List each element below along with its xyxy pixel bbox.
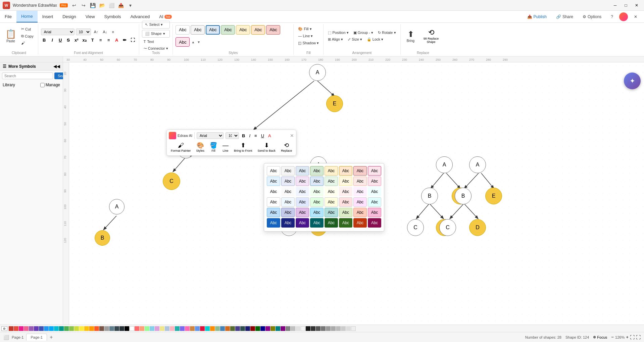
sp-abc-3-1[interactable]: Abc xyxy=(267,187,280,196)
color-swatch[interactable] xyxy=(160,326,164,331)
color-swatch[interactable] xyxy=(89,326,94,331)
menu-home[interactable]: Home xyxy=(16,11,38,22)
color-swatch[interactable] xyxy=(311,326,315,331)
color-swatch[interactable] xyxy=(49,326,54,331)
sp-abc-2-1[interactable]: Abc xyxy=(267,177,280,186)
cut-btn[interactable]: ✂ Cut xyxy=(19,26,35,32)
color-swatch[interactable] xyxy=(150,326,154,331)
sp-abc-3-6[interactable]: Abc xyxy=(339,187,352,196)
sp-abc-1-1[interactable]: Abc xyxy=(267,166,280,176)
close-btn[interactable]: ✕ xyxy=(632,2,641,9)
node-a5[interactable]: A xyxy=(109,199,125,214)
lock-btn[interactable]: 🔒 Lock ▾ xyxy=(365,37,385,42)
size-btn[interactable]: ⤢ Size ▾ xyxy=(346,37,364,42)
color-swatch[interactable] xyxy=(125,326,129,331)
color-swatch[interactable] xyxy=(341,326,346,331)
color-swatch[interactable] xyxy=(109,326,114,331)
sp-abc-3-5[interactable]: Abc xyxy=(325,187,338,196)
color-swatch[interactable] xyxy=(79,326,84,331)
sp-abc-4-5[interactable]: Abc xyxy=(325,197,338,207)
color-swatch[interactable] xyxy=(301,326,305,331)
text-align-btn[interactable]: ≡ xyxy=(110,29,115,35)
export-btn[interactable]: 📤 xyxy=(117,2,125,9)
superscript-btn[interactable]: x² xyxy=(73,37,80,43)
color-swatch[interactable] xyxy=(9,326,13,331)
text-btn[interactable]: T Text xyxy=(142,39,170,44)
sp-abc-6-1[interactable]: Abc xyxy=(267,218,280,228)
sp-abc-2-4[interactable]: Abc xyxy=(310,177,324,186)
template-btn[interactable]: ⬜ xyxy=(108,2,115,9)
node-e1[interactable]: E xyxy=(326,95,343,112)
color-swatch[interactable] xyxy=(14,326,18,331)
strikethrough-btn[interactable]: S xyxy=(65,37,72,43)
color-swatch[interactable] xyxy=(170,326,175,331)
color-swatch[interactable] xyxy=(276,326,280,331)
redo-btn[interactable]: ↪ xyxy=(80,2,87,9)
ft-close-btn[interactable]: ✕ xyxy=(290,133,294,138)
italic-btn[interactable]: I xyxy=(49,37,56,43)
color-swatch[interactable] xyxy=(220,326,225,331)
sp-abc-4-2[interactable]: Abc xyxy=(281,197,295,207)
color-swatch[interactable] xyxy=(195,326,200,331)
color-swatch[interactable] xyxy=(286,326,290,331)
sp-abc-2-5[interactable]: Abc xyxy=(325,177,338,186)
color-swatch[interactable] xyxy=(104,326,109,331)
save-btn[interactable]: 💾 xyxy=(89,2,97,9)
abc-btn-1[interactable]: Abc xyxy=(191,25,205,35)
decrease-font-btn[interactable]: A↓ xyxy=(101,29,109,35)
sp-abc-1-8[interactable]: Abc xyxy=(368,166,381,176)
sp-abc-5-6[interactable]: Abc xyxy=(339,208,352,217)
focus-btn[interactable]: ⊕Focus xyxy=(593,335,607,339)
ft-bold-btn[interactable]: B xyxy=(241,132,246,139)
fit-page-btn[interactable]: ⛶ xyxy=(630,335,635,340)
bold-btn[interactable]: B xyxy=(41,37,48,43)
sp-abc-6-5[interactable]: Abc xyxy=(325,218,338,228)
sp-abc-5-7[interactable]: Abc xyxy=(353,208,367,217)
node-b5[interactable]: B xyxy=(95,230,110,246)
sp-abc-5-1[interactable]: Abc xyxy=(267,208,280,217)
color-swatch[interactable] xyxy=(250,326,255,331)
zoom-out-btn[interactable]: − xyxy=(611,335,614,340)
ft-fontcolor-btn[interactable]: A xyxy=(267,132,272,139)
sp-abc-1-5[interactable]: Abc xyxy=(325,166,338,176)
font-size-select[interactable]: 10 xyxy=(76,29,91,35)
sp-abc-5-8[interactable]: Abc xyxy=(368,208,381,217)
sp-abc-4-1[interactable]: Abc xyxy=(267,197,280,207)
color-swatch[interactable] xyxy=(130,326,134,331)
options-btn[interactable]: ⚙ Options xyxy=(579,13,605,20)
select-btn[interactable]: ↖ Select ▾ xyxy=(142,21,170,29)
color-swatch[interactable] xyxy=(215,326,220,331)
more-btn[interactable]: ▾ xyxy=(127,2,134,9)
menu-insert[interactable]: Insert xyxy=(38,11,58,22)
color-swatch[interactable] xyxy=(19,326,23,331)
ft-fill[interactable]: 🪣 Fill xyxy=(208,141,219,153)
sp-abc-6-3[interactable]: Abc xyxy=(296,218,309,228)
fullscreen-btn[interactable]: ⛶ xyxy=(636,335,641,340)
node-e4[interactable]: E xyxy=(485,188,502,204)
node-b4[interactable]: B xyxy=(455,188,472,204)
sp-abc-5-4[interactable]: Abc xyxy=(310,208,324,217)
color-swatch[interactable] xyxy=(210,326,215,331)
ft-format-painter[interactable]: 🖌 Format Painter xyxy=(169,141,193,153)
sp-abc-1-7[interactable]: Abc xyxy=(353,166,367,176)
abc-btn-6[interactable]: Abc xyxy=(266,25,280,35)
sp-abc-6-8[interactable]: Abc xyxy=(368,218,381,228)
ft-send-back[interactable]: ⬇ Send to Back xyxy=(256,141,278,153)
color-no-fill[interactable]: ⊘ xyxy=(1,326,7,331)
color-swatch[interactable] xyxy=(29,326,34,331)
sp-abc-5-2[interactable]: Abc xyxy=(281,208,295,217)
node-c3[interactable]: C xyxy=(407,219,424,236)
shape-btn[interactable]: ⬜ Shape ▾ xyxy=(142,30,170,38)
sp-abc-6-4[interactable]: Abc xyxy=(310,218,324,228)
group-btn[interactable]: ▣ Group - ▾ xyxy=(352,30,375,36)
sp-abc-4-4[interactable]: Abc xyxy=(310,197,324,207)
styles-scroll-up[interactable]: ▲ xyxy=(191,40,195,45)
color-swatch[interactable] xyxy=(225,326,230,331)
help-btn[interactable]: ? xyxy=(607,13,616,20)
sp-abc-5-3[interactable]: Abc xyxy=(296,208,309,217)
sp-abc-4-6[interactable]: Abc xyxy=(339,197,352,207)
color-swatch[interactable] xyxy=(200,326,205,331)
sp-abc-6-7[interactable]: Abc xyxy=(353,218,367,228)
color-swatch[interactable] xyxy=(185,326,190,331)
open-btn[interactable]: 📂 xyxy=(99,2,106,9)
